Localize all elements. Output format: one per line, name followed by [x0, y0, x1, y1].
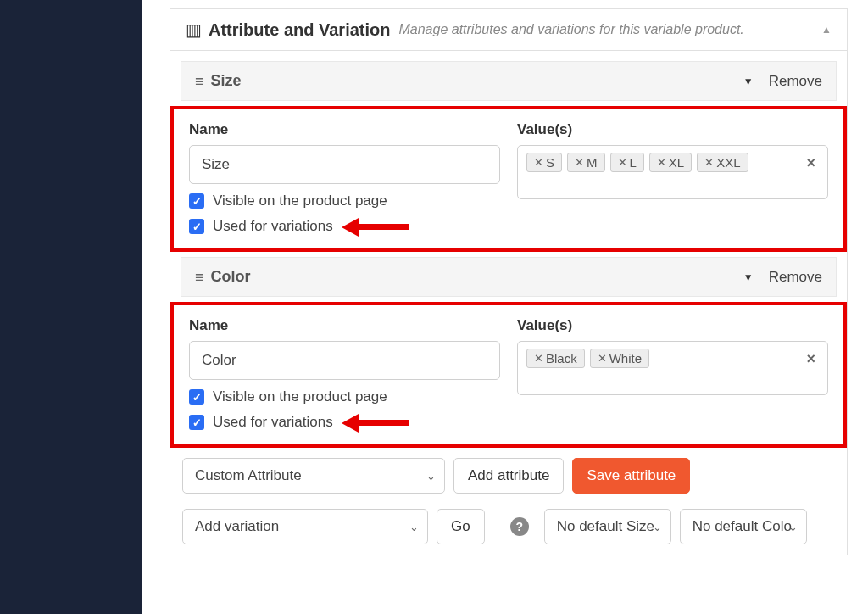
- chevron-down-icon: ⌄: [426, 470, 436, 483]
- visible-row[interactable]: ✓ Visible on the product page: [189, 388, 500, 405]
- close-icon[interactable]: ✕: [534, 352, 543, 365]
- visible-label: Visible on the product page: [213, 388, 387, 405]
- checkbox-visible[interactable]: ✓: [189, 389, 204, 405]
- close-icon[interactable]: ✕: [657, 156, 666, 169]
- name-column: Name ✓ Visible on the product page ✓ Use…: [189, 121, 500, 235]
- dark-sidebar: [0, 0, 142, 614]
- chevron-down-icon: ⌄: [788, 521, 798, 533]
- tag-white[interactable]: ✕White: [590, 349, 649, 368]
- variations-label: Used for variations: [213, 218, 333, 235]
- tag-l[interactable]: ✕L: [610, 153, 644, 172]
- remove-link[interactable]: Remove: [769, 269, 822, 286]
- annotation-arrow: [342, 416, 409, 428]
- attribute-color: ≡ Color ▼ Remove Name ✓ Visible on the p…: [170, 257, 847, 448]
- highlight-box-size: Name ✓ Visible on the product page ✓ Use…: [170, 106, 847, 252]
- highlight-box-color: Name ✓ Visible on the product page ✓ Use…: [170, 302, 847, 448]
- close-icon[interactable]: ✕: [704, 156, 714, 169]
- chevron-down-icon: ⌄: [653, 521, 662, 533]
- visible-label: Visible on the product page: [213, 193, 387, 209]
- checkbox-variations[interactable]: ✓: [189, 219, 204, 234]
- values-label: Value(s): [517, 121, 828, 138]
- name-input[interactable]: [189, 145, 500, 184]
- attribute-title: Color: [211, 268, 743, 286]
- variations-row[interactable]: ✓ Used for variations: [189, 414, 500, 431]
- values-label: Value(s): [517, 317, 828, 334]
- close-icon[interactable]: ✕: [618, 156, 627, 169]
- collapse-icon[interactable]: ▲: [821, 24, 832, 36]
- add-attribute-button[interactable]: Add attribute: [453, 458, 564, 494]
- save-attribute-button[interactable]: Save attribute: [572, 458, 690, 494]
- chevron-down-icon: ⌄: [409, 521, 419, 533]
- checkbox-visible[interactable]: ✓: [189, 193, 204, 209]
- visible-row[interactable]: ✓ Visible on the product page: [189, 193, 500, 209]
- tag-xxl[interactable]: ✕XXL: [697, 153, 748, 172]
- default-size-select[interactable]: No default Size ⌄: [544, 509, 671, 544]
- attribute-size: ≡ Size ▼ Remove Name ✓ Visible on the pr…: [170, 61, 847, 252]
- close-icon[interactable]: ✕: [575, 156, 584, 169]
- name-input[interactable]: [189, 341, 500, 380]
- tag-s[interactable]: ✕S: [526, 153, 562, 172]
- tag-black[interactable]: ✕Black: [526, 349, 585, 368]
- variation-toolbar: Add variation ⌄ Go ? No default Size ⌄ N…: [182, 509, 835, 544]
- list-icon: ▥: [186, 20, 202, 40]
- panel-title: Attribute and Variation: [209, 20, 390, 40]
- clear-all-icon[interactable]: ×: [806, 154, 815, 172]
- remove-link[interactable]: Remove: [769, 73, 822, 90]
- attribute-panel: ▥ Attribute and Variation Manage attribu…: [170, 8, 848, 555]
- name-label: Name: [189, 121, 500, 138]
- tag-m[interactable]: ✕M: [567, 153, 605, 172]
- panel-header[interactable]: ▥ Attribute and Variation Manage attribu…: [170, 9, 847, 51]
- checkbox-variations[interactable]: ✓: [189, 415, 204, 430]
- default-color-select[interactable]: No default Colo ⌄: [680, 509, 807, 544]
- values-input[interactable]: ✕S ✕M ✕L ✕XL ✕XXL ×: [517, 145, 828, 199]
- add-variation-select[interactable]: Add variation ⌄: [182, 509, 428, 544]
- go-button[interactable]: Go: [437, 509, 485, 544]
- custom-attribute-select[interactable]: Custom Attribute ⌄: [182, 458, 445, 494]
- main-content: ▥ Attribute and Variation Manage attribu…: [142, 0, 868, 614]
- variations-label: Used for variations: [213, 414, 333, 431]
- panel-subtitle: Manage attributes and variations for thi…: [398, 22, 821, 37]
- values-column: Value(s) ✕S ✕M ✕L ✕XL ✕XXL ×: [517, 121, 828, 235]
- attribute-header-color[interactable]: ≡ Color ▼ Remove: [181, 257, 837, 297]
- variations-row[interactable]: ✓ Used for variations: [189, 218, 500, 235]
- attribute-toolbar: Custom Attribute ⌄ Add attribute Save at…: [182, 458, 835, 494]
- chevron-down-icon[interactable]: ▼: [743, 75, 754, 87]
- close-icon[interactable]: ✕: [598, 352, 607, 365]
- name-column: Name ✓ Visible on the product page ✓ Use…: [189, 317, 500, 431]
- values-column: Value(s) ✕Black ✕White ×: [517, 317, 828, 431]
- help-icon[interactable]: ?: [510, 517, 529, 536]
- values-input[interactable]: ✕Black ✕White ×: [517, 341, 828, 395]
- clear-all-icon[interactable]: ×: [806, 350, 815, 368]
- close-icon[interactable]: ✕: [534, 156, 543, 169]
- tag-xl[interactable]: ✕XL: [649, 153, 692, 172]
- drag-icon[interactable]: ≡: [195, 270, 204, 285]
- annotation-arrow: [342, 220, 409, 232]
- drag-icon[interactable]: ≡: [195, 74, 204, 89]
- attribute-title: Size: [211, 72, 743, 90]
- attribute-header-size[interactable]: ≡ Size ▼ Remove: [181, 61, 837, 101]
- chevron-down-icon[interactable]: ▼: [743, 271, 754, 283]
- name-label: Name: [189, 317, 500, 334]
